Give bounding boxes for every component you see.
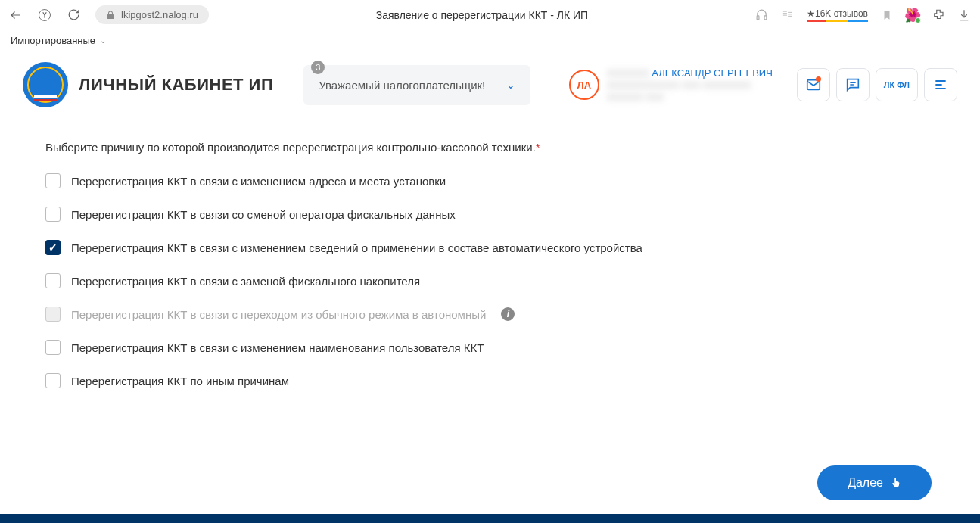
yandex-icon[interactable] bbox=[38, 8, 51, 22]
user-block: ЛА XXXXXXX АЛЕКСАНДР СЕРГЕЕВИЧ XXXXXXXXX… bbox=[569, 67, 773, 103]
notice-count-badge: 3 bbox=[311, 61, 325, 74]
notice-text: Уважаемый налогоплательщик! bbox=[319, 79, 491, 92]
chat-button[interactable] bbox=[836, 68, 870, 101]
option-checkbox[interactable] bbox=[45, 240, 61, 255]
fns-logo-icon bbox=[23, 62, 68, 107]
option-label: Перерегистрация ККТ в связи со сменой оп… bbox=[71, 208, 456, 221]
option-label: Перерегистрация ККТ по иным причинам bbox=[71, 375, 289, 388]
option-label: Перерегистрация ККТ в связи с заменой фи… bbox=[71, 275, 420, 288]
mail-button[interactable] bbox=[797, 68, 830, 101]
form-card: Выберите причину по которой производится… bbox=[23, 123, 957, 452]
bookmark-icon[interactable] bbox=[880, 8, 894, 22]
browser-nav-group: lkipgost2.nalog.ru bbox=[9, 5, 209, 24]
option-label: Перерегистрация ККТ в связи с изменением… bbox=[71, 241, 642, 254]
options-list: Перерегистрация ККТ в связи с изменением… bbox=[45, 173, 935, 388]
header-actions: ЛК ФЛ bbox=[797, 68, 957, 101]
user-name-row: XXXXXXX АЛЕКСАНДР СЕРГЕЕВИЧ bbox=[607, 67, 773, 79]
option-row: Перерегистрация ККТ в связи с переходом … bbox=[45, 307, 935, 322]
required-asterisk: * bbox=[536, 141, 540, 154]
extension-flower-icon[interactable]: 🌺 bbox=[906, 8, 919, 22]
svg-rect-2 bbox=[765, 16, 767, 20]
option-row: Перерегистрация ККТ в связи с изменением… bbox=[45, 240, 935, 255]
notification-dot-icon bbox=[816, 76, 821, 82]
option-label: Перерегистрация ККТ в связи с изменением… bbox=[71, 341, 484, 354]
headphones-icon[interactable] bbox=[755, 8, 769, 22]
tab-title: Заявление о перерегистрации ККТ - ЛК ИП bbox=[221, 9, 743, 21]
bookmarks-bar: Импортированные ⌄ bbox=[0, 30, 980, 51]
form-prompt: Выберите причину по которой производится… bbox=[45, 141, 935, 154]
back-icon[interactable] bbox=[9, 8, 23, 22]
option-checkbox[interactable] bbox=[45, 340, 61, 355]
option-row: Перерегистрация ККТ в связи со сменой оп… bbox=[45, 207, 935, 222]
lock-icon bbox=[106, 11, 115, 20]
download-icon[interactable] bbox=[957, 8, 971, 22]
next-button[interactable]: Далее bbox=[817, 465, 932, 500]
option-checkbox bbox=[45, 307, 61, 322]
extensions-icon[interactable] bbox=[932, 8, 945, 22]
option-row: Перерегистрация ККТ по иным причинам bbox=[45, 373, 935, 388]
option-checkbox[interactable] bbox=[45, 173, 61, 188]
browser-right-group: ★16K отзывов 🌺 bbox=[755, 8, 971, 22]
logo-block: ЛИЧНЫЙ КАБИНЕТ ИП bbox=[23, 62, 273, 107]
option-row: Перерегистрация ККТ в связи с изменением… bbox=[45, 340, 935, 355]
option-label: Перерегистрация ККТ в связи с изменением… bbox=[71, 175, 446, 188]
lkfl-button[interactable]: ЛК ФЛ bbox=[876, 68, 918, 101]
avatar[interactable]: ЛА bbox=[569, 70, 599, 100]
app-title: ЛИЧНЫЙ КАБИНЕТ ИП bbox=[79, 75, 273, 95]
option-label: Перерегистрация ККТ в связи с переходом … bbox=[71, 308, 486, 321]
chevron-down-icon[interactable]: ⌄ bbox=[100, 36, 106, 45]
app-header: ЛИЧНЫЙ КАБИНЕТ ИП 3 Уважаемый налогоплат… bbox=[0, 51, 980, 118]
svg-rect-1 bbox=[758, 16, 760, 20]
option-row: Перерегистрация ККТ в связи с заменой фи… bbox=[45, 273, 935, 288]
cursor-hand-icon bbox=[891, 476, 901, 490]
action-bar: Далее bbox=[23, 452, 957, 514]
option-checkbox[interactable] bbox=[45, 207, 61, 222]
user-name[interactable]: АЛЕКСАНДР СЕРГЕЕВИЧ bbox=[652, 67, 773, 79]
bookmarks-imported[interactable]: Импортированные bbox=[11, 35, 95, 46]
main-content: Выберите причину по которой производится… bbox=[0, 123, 980, 514]
url-text: lkipgost2.nalog.ru bbox=[121, 9, 198, 20]
user-info: XXXXXXX АЛЕКСАНДР СЕРГЕЕВИЧ XXXXXXXXXXXX… bbox=[607, 67, 773, 103]
option-row: Перерегистрация ККТ в связи с изменением… bbox=[45, 173, 935, 188]
notice-dropdown[interactable]: 3 Уважаемый налогоплательщик! ⌄ bbox=[303, 65, 530, 105]
reviews-badge[interactable]: ★16K отзывов bbox=[807, 8, 868, 22]
menu-button[interactable] bbox=[924, 68, 957, 101]
footer-strip bbox=[0, 514, 980, 523]
option-checkbox[interactable] bbox=[45, 373, 61, 388]
reload-icon[interactable] bbox=[67, 8, 80, 22]
info-icon[interactable]: i bbox=[501, 307, 515, 321]
url-bar[interactable]: lkipgost2.nalog.ru bbox=[95, 5, 209, 24]
chevron-down-icon: ⌄ bbox=[506, 79, 515, 91]
browser-toolbar: lkipgost2.nalog.ru Заявление о перерегис… bbox=[0, 0, 980, 30]
translate-icon[interactable] bbox=[781, 8, 795, 22]
user-details-line-2: XXXXXXXXXXXX XXX XXXXXXXX bbox=[607, 80, 773, 91]
option-checkbox[interactable] bbox=[45, 273, 61, 288]
user-details-line-3: XXXXXX XXX bbox=[607, 92, 773, 103]
